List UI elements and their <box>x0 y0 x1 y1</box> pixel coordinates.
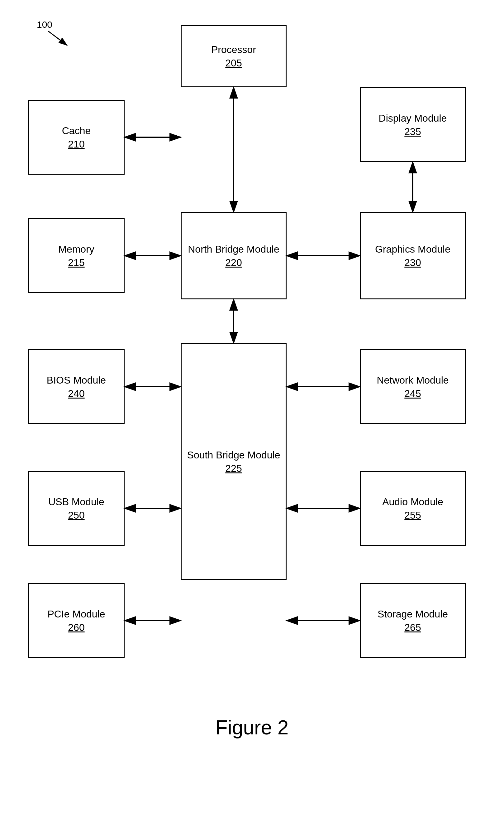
pcie-module-title: PCIe Module <box>48 608 105 621</box>
audio-module-number: 255 <box>404 510 421 521</box>
bios-module-title: BIOS Module <box>47 374 106 387</box>
north-bridge-block: North Bridge Module 220 <box>181 212 286 299</box>
south-bridge-block: South Bridge Module 225 <box>181 343 286 580</box>
storage-module-number: 265 <box>404 622 421 634</box>
memory-number: 215 <box>68 257 85 268</box>
network-module-number: 245 <box>404 388 421 399</box>
diagram-container: 100 Processor 205 Cache 210 Display Modu… <box>0 0 504 764</box>
display-module-title: Display Module <box>379 112 447 125</box>
usb-module-block: USB Module 250 <box>28 471 125 546</box>
memory-title: Memory <box>58 243 94 256</box>
pcie-module-block: PCIe Module 260 <box>28 583 125 658</box>
pcie-module-number: 260 <box>68 622 85 634</box>
usb-module-number: 250 <box>68 510 85 521</box>
audio-module-title: Audio Module <box>382 496 443 509</box>
bios-module-number: 240 <box>68 388 85 399</box>
storage-module-title: Storage Module <box>377 608 448 621</box>
south-bridge-title: South Bridge Module <box>187 449 280 462</box>
cache-block: Cache 210 <box>28 100 125 175</box>
figure-caption: Figure 2 <box>0 716 504 739</box>
display-module-number: 235 <box>404 126 421 138</box>
south-bridge-number: 225 <box>225 463 242 474</box>
network-module-title: Network Module <box>377 374 449 387</box>
graphics-module-number: 230 <box>404 257 421 268</box>
storage-module-block: Storage Module 265 <box>360 583 466 658</box>
usb-module-title: USB Module <box>48 496 104 509</box>
processor-block: Processor 205 <box>181 25 286 87</box>
cache-title: Cache <box>62 124 91 138</box>
svg-line-2 <box>48 31 67 45</box>
network-module-block: Network Module 245 <box>360 349 466 424</box>
processor-number: 205 <box>225 57 242 69</box>
label-100: 100 <box>37 19 52 30</box>
processor-title: Processor <box>211 43 256 56</box>
graphics-module-title: Graphics Module <box>375 243 450 256</box>
bios-module-block: BIOS Module 240 <box>28 349 125 424</box>
audio-module-block: Audio Module 255 <box>360 471 466 546</box>
north-bridge-title: North Bridge Module <box>188 243 279 256</box>
memory-block: Memory 215 <box>28 218 125 293</box>
display-module-block: Display Module 235 <box>360 87 466 162</box>
north-bridge-number: 220 <box>225 257 242 268</box>
graphics-module-block: Graphics Module 230 <box>360 212 466 299</box>
cache-number: 210 <box>68 139 85 150</box>
